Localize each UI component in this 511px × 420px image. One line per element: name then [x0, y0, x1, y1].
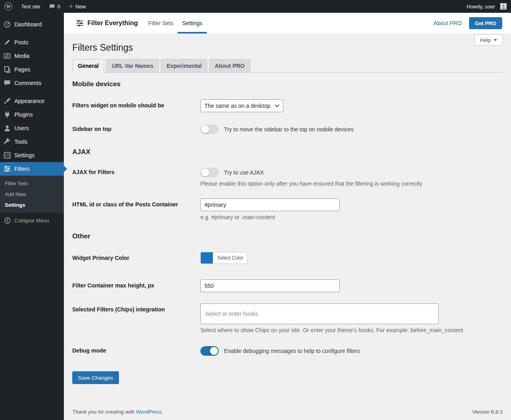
row-chips-integration: Selected Filters (Chips) integration Sel… — [72, 303, 503, 333]
admin-sidebar: Dashboard Posts Media Pages Comments — [0, 13, 64, 420]
sidebar-item-appearance[interactable]: Appearance — [0, 94, 64, 108]
ajax-toggle[interactable] — [200, 168, 219, 177]
sidebar-item-label: Tools — [14, 139, 28, 145]
plugin-header: Filter Everything Filter Sets Settings A… — [64, 13, 511, 34]
site-name-label: Test site — [21, 4, 40, 10]
comments-icon — [0, 79, 14, 87]
mobile-widget-select[interactable]: The same as on a desktop — [200, 99, 283, 112]
sidebar-item-media[interactable]: Media — [0, 49, 64, 63]
collapse-menu-label: Collapse Menu — [14, 218, 49, 224]
sidebar-item-filters[interactable]: Filters — [0, 162, 64, 176]
plugin-title-label: Filter Everything — [87, 20, 138, 27]
sidebar-item-label: Users — [14, 125, 29, 131]
chevron-down-icon — [494, 39, 497, 41]
plugin-title: Filter Everything — [76, 19, 138, 27]
sidebar-item-label: Pages — [14, 66, 30, 73]
max-height-label: Filter Container max height, px — [72, 279, 200, 289]
submenu-filter-sets[interactable]: Filter Sets — [0, 178, 64, 189]
tab-about-pro[interactable]: About PRO — [209, 59, 250, 72]
menu-separator — [0, 31, 64, 36]
filters-icon — [0, 165, 14, 172]
settings-tabs: General URL Var Names Experimental About… — [72, 59, 503, 73]
posts-container-input[interactable] — [200, 198, 340, 211]
sidebar-item-label: Media — [14, 53, 30, 59]
toggle-knob — [201, 125, 209, 133]
save-changes-button[interactable]: Save Changes — [72, 371, 119, 384]
plugin-header-tabs: Filter Sets Settings — [144, 13, 207, 34]
debug-mode-text: Enable debugging messages to help to con… — [224, 348, 360, 354]
chips-label: Selected Filters (Chips) integration — [72, 303, 200, 313]
comments-count: 0 — [57, 4, 60, 10]
avatar — [500, 3, 507, 10]
filters-submenu: Filter Sets Add New Settings — [0, 176, 64, 213]
main-content: Filter Everything Filter Sets Settings A… — [64, 13, 511, 420]
comments-admin-bar[interactable]: 0 — [45, 0, 65, 13]
tab-experimental[interactable]: Experimental — [161, 59, 207, 72]
sidebar-on-top-text: Try to move the sidebar to the top on mo… — [224, 126, 354, 133]
footer-thanks: Thank you for creating with WordPress. — [72, 409, 163, 415]
settings-icon — [0, 152, 14, 159]
account-menu[interactable]: Howdy, user — [462, 0, 511, 13]
row-max-height: Filter Container max height, px — [72, 279, 503, 292]
plugins-icon — [0, 111, 14, 118]
ajax-description: Please enable this option only after you… — [200, 180, 503, 187]
new-content-menu[interactable]: + New — [65, 0, 90, 13]
sidebar-item-posts[interactable]: Posts — [0, 36, 64, 49]
ajax-text: Try to use AJAX — [224, 169, 264, 176]
sidebar-item-pages[interactable]: Pages — [0, 63, 64, 76]
sidebar-item-plugins[interactable]: Plugins — [0, 108, 64, 121]
sidebar-on-top-label: Sidebar on top — [72, 125, 200, 132]
max-height-input[interactable] — [200, 279, 340, 292]
tools-icon — [0, 138, 14, 145]
menu-separator — [0, 90, 64, 94]
dashboard-icon — [0, 21, 14, 28]
widget-color-picker[interactable]: Select Color — [200, 252, 248, 264]
users-icon — [0, 125, 14, 132]
toggle-knob — [201, 168, 209, 176]
debug-mode-toggle[interactable] — [200, 346, 219, 356]
widget-color-label: Widget Primary Color — [72, 252, 200, 261]
footer-version: Version 6.8.3 — [472, 409, 503, 415]
posts-container-label: HTML id or class of the Posts Container — [72, 198, 200, 208]
row-ajax: AJAX for Filters Try to use AJAX Please … — [72, 168, 503, 187]
help-button[interactable]: Help — [474, 34, 503, 46]
submenu-add-new[interactable]: Add New — [0, 189, 64, 200]
debug-mode-label: Debug mode — [72, 346, 200, 354]
filter-sliders-icon — [76, 19, 84, 27]
section-mobile-devices: Mobile devices — [72, 80, 503, 88]
row-widget-color: Widget Primary Color Select Color — [72, 252, 503, 265]
sidebar-item-label: Comments — [14, 80, 42, 86]
settings-page: Help Filters Settings General URL Var Na… — [64, 34, 511, 384]
toggle-knob — [210, 347, 218, 355]
pages-icon — [0, 66, 14, 73]
sidebar-on-top-toggle[interactable] — [200, 125, 219, 134]
wordpress-logo-menu[interactable]: W — [0, 0, 17, 13]
about-pro-link[interactable]: About PRO — [434, 20, 462, 26]
sidebar-item-label: Posts — [14, 39, 28, 46]
header-tab-filter-sets[interactable]: Filter Sets — [144, 13, 178, 34]
collapse-menu-button[interactable]: Collapse Menu — [0, 214, 64, 227]
section-other: Other — [72, 232, 503, 240]
row-posts-container: HTML id or class of the Posts Container … — [72, 198, 503, 220]
wordpress-link[interactable]: WordPress — [136, 409, 162, 415]
posts-container-hint: e.g. #primary or .main-content — [200, 214, 503, 220]
header-tab-settings[interactable]: Settings — [178, 13, 207, 34]
ajax-label: AJAX for Filters — [72, 168, 200, 175]
submenu-settings[interactable]: Settings — [0, 200, 64, 210]
sidebar-item-settings[interactable]: Settings — [0, 149, 64, 162]
site-name-menu[interactable]: Test site — [17, 0, 45, 13]
sidebar-item-dashboard[interactable]: Dashboard — [0, 18, 64, 31]
select-color-label: Select Color — [213, 252, 247, 263]
tab-general[interactable]: General — [72, 59, 104, 73]
tab-url-var-names[interactable]: URL Var Names — [106, 59, 159, 72]
media-icon — [0, 52, 14, 59]
posts-icon — [0, 39, 14, 46]
sidebar-item-tools[interactable]: Tools — [0, 135, 64, 149]
sidebar-item-label: Filters — [14, 166, 30, 172]
sidebar-item-comments[interactable]: Comments — [0, 76, 64, 90]
chips-hooks-input[interactable] — [200, 303, 439, 324]
sidebar-item-label: Settings — [14, 152, 35, 158]
get-pro-button[interactable]: Get PRO — [469, 17, 502, 29]
sidebar-item-users[interactable]: Users — [0, 121, 64, 135]
sidebar-item-label: Dashboard — [14, 21, 42, 28]
